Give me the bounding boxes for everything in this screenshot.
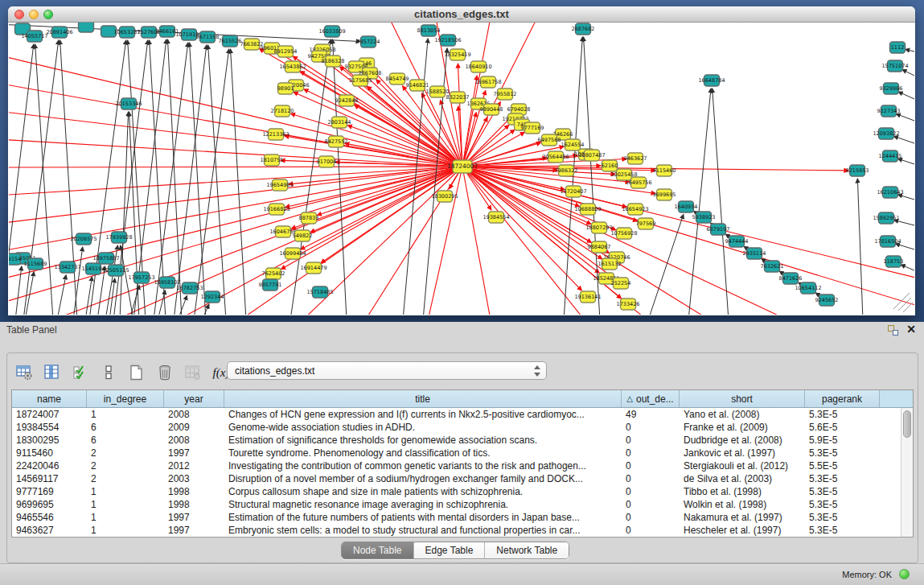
graph-node[interactable]: 7615526 bbox=[219, 35, 242, 47]
graph-node[interactable]: 10688809 bbox=[574, 204, 601, 215]
graph-node[interactable]: 16033809 bbox=[318, 26, 345, 37]
column-header-outde[interactable]: △out_de... bbox=[622, 390, 680, 407]
graph-node[interactable]: 62160 bbox=[602, 160, 618, 171]
graph-node[interactable]: 917004 bbox=[317, 156, 337, 167]
column-header-indegree[interactable]: in_degree bbox=[87, 390, 164, 407]
graph-node[interactable]: 9884067 bbox=[588, 241, 611, 253]
graph-node[interactable]: 8813054 bbox=[417, 25, 441, 36]
column-header-name[interactable]: name bbox=[12, 390, 87, 407]
graph-node[interactable]: 9474444 bbox=[725, 236, 749, 247]
graph-node[interactable]: 5938923 bbox=[692, 212, 716, 223]
table-row[interactable]: 1872400712008Changes of HCN gene express… bbox=[12, 408, 913, 421]
graph-node[interactable]: 9699695 bbox=[653, 189, 676, 200]
network-canvas[interactable]: 1872400714055717208914061065328715276029… bbox=[9, 23, 914, 315]
graph-node[interactable]: 1112 bbox=[890, 42, 906, 53]
graph-node[interactable]: 19136141 bbox=[574, 291, 601, 303]
tab-edge-table[interactable]: Edge Table bbox=[414, 542, 486, 558]
graph-node[interactable]: 1733426 bbox=[617, 299, 640, 310]
graph-node[interactable]: 19218506 bbox=[434, 35, 461, 46]
row-height-button[interactable] bbox=[97, 362, 120, 383]
table-row[interactable]: 969969511998Structural magnetic resonanc… bbox=[12, 498, 913, 511]
graph-node[interactable]: 19654985 bbox=[266, 179, 293, 191]
close-panel-icon[interactable]: ✕ bbox=[906, 323, 916, 336]
graph-node[interactable]: 12213363 bbox=[262, 129, 289, 140]
delete-table-button[interactable] bbox=[154, 362, 176, 383]
table-scrollbar[interactable] bbox=[901, 408, 913, 537]
tab-network-table[interactable]: Network Table bbox=[485, 542, 569, 558]
column-header-title[interactable]: title bbox=[224, 390, 622, 407]
graph-node[interactable]: 39154 bbox=[9, 253, 21, 265]
graph-node[interactable]: 118753 bbox=[884, 256, 904, 267]
table-row[interactable]: 946362711997Embryonic stem cells: a mode… bbox=[12, 524, 913, 537]
graph-node[interactable]: 20206575 bbox=[70, 233, 97, 245]
graph-node[interactable] bbox=[79, 23, 94, 32]
graph-node[interactable]: 2687682 bbox=[572, 23, 595, 35]
table-row[interactable]: 977716911998Corpus callosum shape and si… bbox=[12, 485, 913, 498]
graph-node[interactable]: 98901 bbox=[277, 83, 294, 94]
table-row[interactable]: 1830029562008Estimation of significance … bbox=[12, 434, 913, 447]
graph-node[interactable]: 252254 bbox=[611, 278, 631, 289]
column-visibility-button[interactable] bbox=[41, 362, 64, 383]
network-file-select[interactable]: citations_edges.txt bbox=[227, 361, 547, 380]
column-header-year[interactable]: year bbox=[164, 390, 224, 407]
tab-node-table[interactable]: Node Table bbox=[342, 542, 414, 558]
table-row[interactable]: 946554611997Estimation of the future num… bbox=[12, 511, 913, 524]
graph-node[interactable]: 19166825 bbox=[263, 204, 290, 215]
graph-node[interactable]: 16654923 bbox=[622, 204, 648, 215]
svg-text:2718120: 2718120 bbox=[271, 108, 294, 114]
import-table-button[interactable] bbox=[182, 362, 204, 383]
graph-node[interactable]: 17957253 bbox=[128, 272, 154, 283]
table-scrollbar-thumb[interactable] bbox=[903, 410, 911, 438]
new-table-button[interactable] bbox=[125, 362, 148, 383]
graph-node[interactable]: 7857224 bbox=[357, 36, 380, 47]
graph-node[interactable]: 18325419 bbox=[444, 49, 470, 60]
graph-node[interactable]: 8471626 bbox=[779, 273, 803, 284]
graph-node[interactable]: 2935114 bbox=[743, 248, 766, 259]
graph-node[interactable]: 7632621 bbox=[761, 261, 784, 272]
graph-node[interactable]: 1244415 bbox=[879, 150, 902, 162]
graph-node[interactable]: 887833 bbox=[299, 212, 319, 224]
graph-node[interactable]: 9857791 bbox=[259, 279, 282, 290]
graph-node[interactable]: 17939928 bbox=[105, 232, 132, 243]
graph-node[interactable]: 15720407 bbox=[560, 186, 586, 197]
graph-node[interactable]: 8215953 bbox=[846, 165, 869, 176]
graph-node[interactable]: 18640910 bbox=[465, 61, 491, 72]
graph-node[interactable]: 10654112 bbox=[795, 282, 821, 294]
column-header-short[interactable]: short bbox=[680, 390, 805, 407]
graph-node[interactable]: 15751074 bbox=[881, 60, 908, 72]
graph-node[interactable]: 15892951 bbox=[873, 212, 899, 224]
graph-node[interactable]: 549822 bbox=[293, 230, 313, 241]
graph-node[interactable]: 15718485 bbox=[306, 286, 333, 298]
graph-node[interactable]: 9463627 bbox=[624, 153, 647, 164]
table-cell: Estimation of significance thresholds fo… bbox=[224, 434, 622, 447]
graph-node[interactable]: 20891406 bbox=[46, 27, 72, 38]
graph-node[interactable]: 13342737 bbox=[54, 262, 80, 273]
graph-node[interactable]: 16648784 bbox=[698, 75, 725, 86]
graph-node[interactable]: 9245652 bbox=[815, 295, 839, 306]
graph-node[interactable]: 9115460 bbox=[653, 165, 676, 176]
graph-node[interactable]: 9227343 bbox=[877, 105, 901, 117]
column-header-pagerank[interactable]: pagerank bbox=[805, 390, 880, 407]
graph-node[interactable]: 2718120 bbox=[271, 105, 294, 117]
table-row[interactable]: 1456911722003Disruption of a novel membe… bbox=[12, 472, 913, 485]
graph-node[interactable]: 7625402 bbox=[262, 268, 285, 279]
table-settings-button[interactable] bbox=[13, 362, 35, 383]
graph-node[interactable]: 797569 bbox=[636, 218, 656, 229]
svg-text:14055717: 14055717 bbox=[21, 33, 47, 39]
table-row[interactable]: 2242004622012Investigating the contribut… bbox=[12, 459, 913, 472]
graph-node[interactable]: 20153346 bbox=[115, 98, 142, 109]
graph-node[interactable]: 16210643 bbox=[877, 187, 903, 198]
graph-node[interactable]: 12093822 bbox=[873, 128, 899, 139]
table-row[interactable]: 1938455462009Genome-wide association stu… bbox=[12, 421, 913, 434]
graph-node[interactable]: 17016504 bbox=[874, 236, 901, 247]
graph-node[interactable]: 1145194 bbox=[82, 263, 105, 274]
graph-node[interactable]: 6879197 bbox=[707, 224, 730, 235]
graph-node[interactable]: 20564486 bbox=[542, 151, 569, 163]
window-titlebar[interactable]: citations_edges.txt bbox=[8, 6, 915, 23]
select-all-button[interactable] bbox=[69, 362, 92, 383]
graph-node[interactable]: 16914479 bbox=[300, 262, 326, 274]
float-panel-icon[interactable] bbox=[888, 325, 898, 336]
table-cell: 2 bbox=[87, 447, 164, 459]
graph-node[interactable]: 1640954 bbox=[675, 201, 698, 212]
table-row[interactable]: 911546021997Tourette syndrome. Phenomeno… bbox=[12, 447, 913, 459]
